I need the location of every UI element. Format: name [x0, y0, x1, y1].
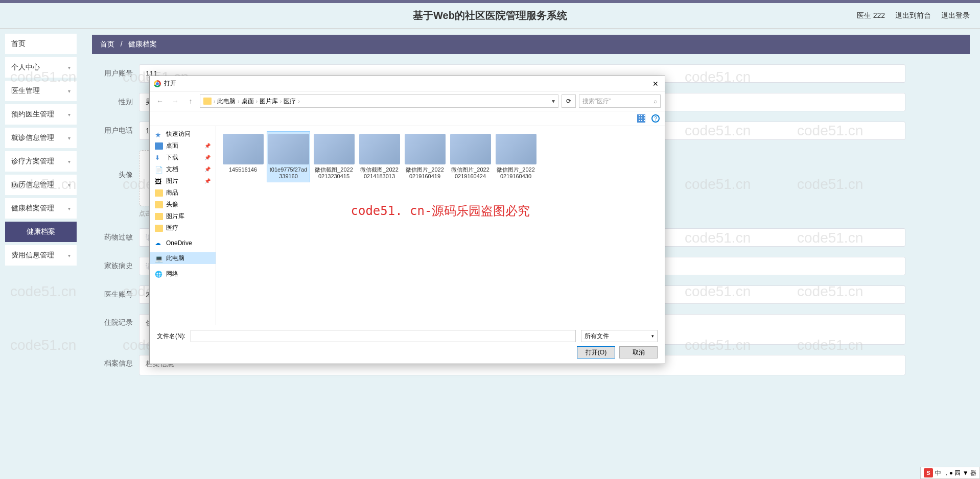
chevron-right-icon: › — [238, 99, 239, 104]
file-item[interactable]: 微信图片_20220219160430 — [494, 131, 538, 182]
tree-item-label: 下载 — [166, 153, 178, 162]
search-placeholder: 搜索"医疗" — [582, 97, 612, 106]
tree-item-label: 图片库 — [166, 212, 184, 221]
dialog-search-input[interactable]: 搜索"医疗" ⌕ — [579, 94, 661, 108]
sidebar-item-label: 健康档案 — [27, 227, 55, 236]
path-crumb[interactable]: 图片库 — [260, 97, 278, 106]
sidebar-item-label: 诊疗方案管理 — [11, 157, 54, 166]
tree-item[interactable]: 桌面📌 — [150, 140, 216, 152]
nav-up-icon[interactable]: ↑ — [184, 95, 197, 107]
tree-item[interactable]: OneDrive — [150, 238, 216, 248]
file-name: 微信图片_20220219160430 — [496, 166, 536, 180]
sidebar-item[interactable]: 诊疗方案管理▾ — [5, 151, 77, 172]
file-thumbnail — [268, 134, 309, 164]
open-button[interactable]: 打开(O) — [577, 346, 615, 358]
breadcrumb: 首页 / 健康档案 — [92, 35, 970, 54]
allergy-label: 药物过敏 — [92, 233, 133, 242]
chevron-down-icon: ▾ — [68, 206, 71, 211]
tree-item-label: 快速访问 — [166, 130, 191, 138]
chevron-down-icon: ▾ — [651, 333, 654, 339]
file-item[interactable]: 微信图片_20220219160419 — [403, 131, 447, 182]
tree-item[interactable]: 网络 — [150, 268, 216, 280]
user-label[interactable]: 医生 222 — [857, 11, 885, 20]
phone-label: 用户电话 — [92, 126, 133, 135]
path-crumb[interactable]: 医疗 — [284, 97, 296, 106]
dialog-toolbar: ? — [150, 111, 665, 126]
tree-item[interactable]: 下载📌 — [150, 152, 216, 163]
sidebar-item-label: 健康档案管理 — [11, 204, 54, 213]
tree-item[interactable]: 快速访问 — [150, 128, 216, 140]
file-thumbnail — [405, 134, 446, 164]
filename-input[interactable] — [191, 330, 576, 342]
sidebar-item[interactable]: 个人中心▾ — [5, 57, 77, 78]
folder-icon — [203, 98, 212, 105]
gender-label: 性别 — [92, 98, 133, 107]
chevron-down-icon[interactable]: ▾ — [552, 98, 555, 105]
nav-forward-icon[interactable]: → — [169, 95, 181, 107]
tree-item-label: 网络 — [166, 270, 178, 278]
help-icon[interactable]: ? — [651, 114, 660, 123]
chevron-down-icon: ▾ — [68, 112, 71, 117]
tree-item[interactable]: 商品 — [150, 187, 216, 199]
logout-link[interactable]: 退出登录 — [941, 11, 970, 20]
sidebar-item[interactable]: 健康档案 — [5, 222, 77, 242]
file-item[interactable]: 微信截图_20220214183013 — [358, 131, 401, 182]
logout-front-link[interactable]: 退出到前台 — [895, 11, 931, 20]
breadcrumb-home[interactable]: 首页 — [100, 40, 114, 48]
sidebar-item-label: 首页 — [11, 39, 26, 49]
pc-icon — [155, 255, 163, 262]
file-item[interactable]: 微信图片_20220219160424 — [449, 131, 492, 182]
pin-icon: 📌 — [204, 166, 211, 172]
sidebar-item[interactable]: 预约医生管理▾ — [5, 104, 77, 125]
dialog-footer: 文件名(N): 所有文件 ▾ 打开(O) 取消 — [150, 325, 665, 364]
refresh-icon[interactable]: ⟳ — [562, 94, 576, 108]
address-bar[interactable]: › 此电脑›桌面›图片库›医疗›▾ — [200, 94, 558, 108]
dialog-file-pane: 145516146t01e9775f27ad339160微信截图_2022021… — [216, 126, 665, 325]
sidebar-item[interactable]: 健康档案管理▾ — [5, 198, 77, 219]
path-crumb[interactable]: 此电脑 — [217, 97, 236, 106]
file-thumbnail — [314, 134, 355, 164]
chevron-right-icon: › — [280, 99, 282, 104]
app-title: 基于Web的社区医院管理服务系统 — [413, 9, 567, 22]
avatar-label: 头像 — [92, 150, 133, 180]
ime-sogou-icon: S — [924, 468, 933, 477]
doc-icon — [155, 166, 163, 173]
tree-item[interactable]: 头像 — [150, 199, 216, 210]
tree-item[interactable]: 医疗 — [150, 222, 216, 234]
file-item[interactable]: t01e9775f27ad339160 — [267, 131, 310, 182]
download-icon — [155, 154, 163, 161]
folder-icon — [155, 189, 163, 197]
tree-item-label: 商品 — [166, 188, 178, 197]
cloud-icon — [155, 240, 163, 247]
chevron-down-icon: ▾ — [68, 135, 71, 141]
tree-item[interactable]: 图片📌 — [150, 175, 216, 187]
chevron-down-icon: ▾ — [68, 159, 71, 164]
breadcrumb-current: 健康档案 — [128, 40, 157, 48]
file-item[interactable]: 145516146 — [221, 131, 265, 182]
ime-toolbar[interactable]: S 中 ，● 四 ▼ 器 — [920, 467, 980, 479]
sidebar-item[interactable]: 医生管理▾ — [5, 81, 77, 101]
sidebar-item[interactable]: 病历信息管理▾ — [5, 175, 77, 195]
cancel-button[interactable]: 取消 — [619, 346, 658, 358]
nav-back-icon[interactable]: ← — [154, 95, 166, 107]
sidebar-item-label: 费用信息管理 — [11, 251, 54, 260]
tree-item[interactable]: 此电脑 — [150, 252, 216, 264]
view-grid-icon[interactable] — [637, 114, 645, 123]
tree-item[interactable]: 图片库 — [150, 210, 216, 222]
file-name: 微信图片_20220219160424 — [450, 166, 491, 180]
watermark-overlay: code51. cn-源码乐园盗图必究 — [351, 203, 530, 219]
tree-item[interactable]: 文档📌 — [150, 163, 216, 175]
filetype-select[interactable]: 所有文件 ▾ — [581, 330, 658, 342]
pin-icon: 📌 — [204, 143, 211, 149]
sidebar-item[interactable]: 就诊信息管理▾ — [5, 128, 77, 148]
file-item[interactable]: 微信截图_20220213230415 — [312, 131, 356, 182]
sidebar-item[interactable]: 首页 — [5, 34, 77, 54]
path-crumb[interactable]: 桌面 — [242, 97, 254, 106]
ime-symbols[interactable]: ，● 四 ▼ 器 — [943, 469, 976, 477]
dialog-title: 打开 — [164, 79, 176, 88]
sidebar-item[interactable]: 费用信息管理▾ — [5, 245, 77, 266]
close-icon[interactable]: ✕ — [650, 80, 661, 88]
folder-icon — [155, 225, 163, 232]
ime-language[interactable]: 中 — [935, 469, 941, 477]
chrome-icon — [154, 80, 161, 87]
